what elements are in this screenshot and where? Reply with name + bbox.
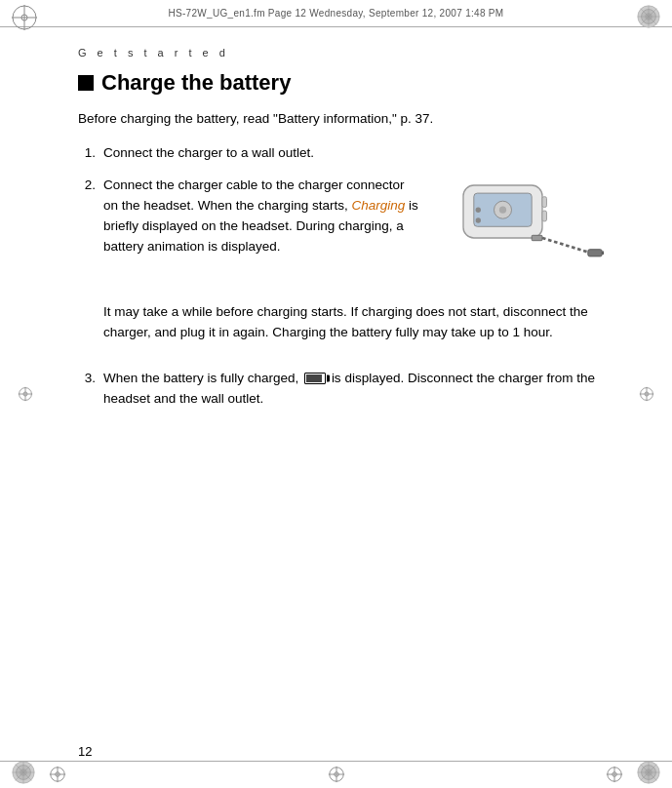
corner-crosshair-br bbox=[606, 766, 623, 783]
step-3-number: 3. bbox=[78, 369, 96, 410]
step-1-content: Connect the charger to a wall outlet. bbox=[103, 143, 604, 164]
corner-starburst-tr bbox=[635, 3, 662, 30]
chapter-heading: Charge the battery bbox=[78, 70, 604, 96]
step-3: 3. When the battery is fully charged, is… bbox=[78, 369, 604, 410]
svg-point-29 bbox=[476, 207, 481, 212]
svg-point-30 bbox=[476, 217, 481, 222]
step-2-inner: Connect the charger cable to the charger… bbox=[103, 176, 604, 295]
page-number: 12 bbox=[78, 744, 92, 759]
step-1: 1. Connect the charger to a wall outlet. bbox=[78, 143, 604, 164]
step-3-content: When the battery is fully charged, is di… bbox=[103, 369, 604, 410]
svg-rect-24 bbox=[542, 211, 547, 221]
step-2-number: 2. bbox=[78, 176, 96, 357]
header-strip: HS-72W_UG_en1.fm Page 12 Wednesday, Sept… bbox=[0, 0, 672, 27]
svg-line-26 bbox=[542, 238, 591, 253]
headset-svg bbox=[428, 171, 604, 288]
svg-rect-27 bbox=[588, 250, 602, 256]
step-2-text-block: Connect the charger cable to the charger… bbox=[103, 176, 418, 257]
step-1-text: Connect the charger to a wall outlet. bbox=[103, 145, 314, 160]
step-1-number: 1. bbox=[78, 143, 96, 164]
header-strip-text: HS-72W_UG_en1.fm Page 12 Wednesday, Sept… bbox=[169, 8, 504, 19]
corner-starburst-bl bbox=[10, 759, 37, 786]
svg-rect-28 bbox=[602, 251, 604, 255]
svg-rect-23 bbox=[542, 197, 547, 208]
heading-square-icon bbox=[78, 75, 94, 91]
bottom-strip bbox=[0, 761, 672, 788]
corner-crosshair-bc bbox=[328, 766, 345, 783]
heading-text: Charge the battery bbox=[101, 70, 291, 96]
main-content: G e t s t a r t e d Charge the battery B… bbox=[0, 27, 672, 440]
battery-icon bbox=[304, 373, 326, 384]
intro-paragraph: Before charging the battery, read "Batte… bbox=[78, 109, 604, 130]
steps-list: 1. Connect the charger to a wall outlet.… bbox=[78, 143, 604, 410]
step-2-note: It may take a while before charging star… bbox=[103, 302, 604, 343]
corner-crosshair-bl bbox=[49, 766, 66, 783]
battery-icon-inner bbox=[306, 374, 322, 382]
step-2: 2. Connect the charger cable to the char… bbox=[78, 176, 604, 357]
headset-image bbox=[428, 171, 604, 295]
section-label: G e t s t a r t e d bbox=[78, 47, 604, 59]
step-2-content: Connect the charger cable to the charger… bbox=[103, 176, 604, 357]
charging-word: Charging bbox=[351, 198, 405, 213]
step-3-text-part1: When the battery is fully charged, bbox=[103, 371, 302, 385]
corner-starburst-br bbox=[635, 759, 662, 786]
svg-rect-25 bbox=[532, 235, 542, 240]
svg-point-22 bbox=[499, 206, 506, 213]
